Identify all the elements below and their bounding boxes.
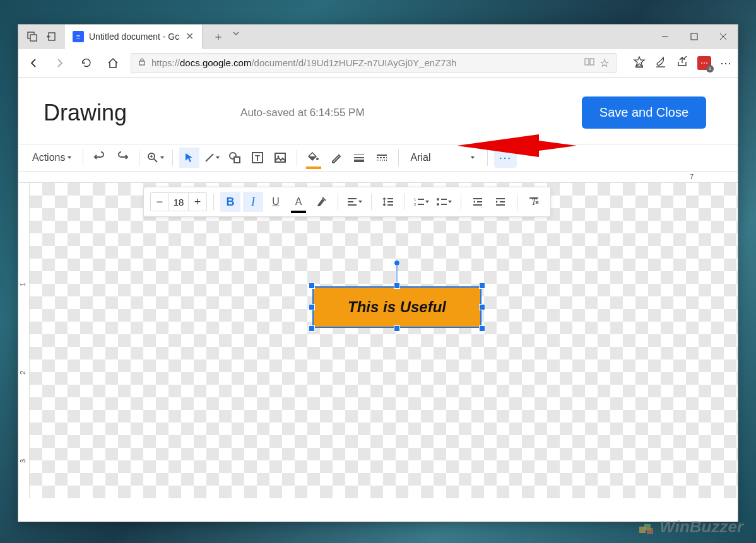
drawing-canvas[interactable]: − + B I U A 12 [30,183,738,498]
reading-view-icon[interactable] [584,57,594,69]
favorite-star-icon[interactable]: ☆ [599,56,610,70]
svg-text:1: 1 [414,197,416,201]
svg-line-15 [154,159,157,162]
font-size-increase[interactable]: + [189,193,206,211]
back-icon[interactable] [25,54,42,72]
align-icon[interactable] [345,192,365,212]
resize-handle-n[interactable] [394,283,400,289]
textbox-tool-icon[interactable]: T [247,148,268,168]
font-size-input[interactable] [168,193,189,211]
tab-actions-group: ＋ [203,29,240,44]
svg-point-25 [316,158,319,160]
text-color-icon[interactable]: A [288,192,309,212]
lock-icon [138,57,146,69]
svg-rect-23 [275,153,285,162]
vertical-ruler: 1 2 3 [18,183,30,498]
window-controls [651,25,738,49]
nav-right-group: ⋯1 ⋯ [633,55,731,71]
rotate-handle[interactable] [394,260,400,266]
watermark: WinBuzzer [637,517,743,537]
new-tab-icon[interactable]: ＋ [213,29,224,44]
browser-tab[interactable]: ≡ Untitled document - Gc ✕ [65,25,203,49]
extension-icon[interactable]: ⋯1 [697,56,711,70]
horizontal-ruler: 7 [18,172,738,183]
svg-marker-13 [457,134,577,157]
resize-handle-ne[interactable] [479,283,485,289]
titlebar-left-icons [18,29,65,44]
resize-handle-se[interactable] [479,325,485,332]
border-weight-icon[interactable] [349,148,369,168]
svg-rect-56 [647,528,653,534]
dialog-title: Drawing [44,100,127,126]
zoom-icon[interactable] [146,148,166,168]
font-size-stepper: − + [150,192,207,211]
indent-increase-icon[interactable] [490,192,511,212]
tab-close-icon[interactable]: ✕ [184,32,194,42]
browser-window: ≡ Untitled document - Gc ✕ ＋ https://doc… [18,24,738,522]
notes-icon[interactable] [654,55,667,71]
tab-title: Untitled document - Gc [89,32,179,42]
textbox-shape[interactable]: This is Useful [309,283,485,332]
save-and-close-button[interactable]: Save and Close [582,96,706,129]
titlebar: ≡ Untitled document - Gc ✕ ＋ [18,25,738,49]
svg-rect-9 [590,59,594,65]
watermark-logo-icon [637,518,656,537]
clear-format-icon[interactable]: T [524,192,544,212]
extension-badge: 1 [706,65,714,73]
select-tool-icon[interactable] [179,148,199,168]
refresh-icon[interactable] [78,54,95,72]
forward-icon[interactable] [51,54,69,72]
numbered-list-icon[interactable]: 12 [411,192,432,212]
textbox-fill[interactable]: This is Useful [312,286,481,328]
set-aside-icon[interactable] [44,29,59,44]
share-icon[interactable] [676,55,688,71]
italic-icon[interactable]: I [243,192,263,212]
menu-dots-icon[interactable]: ⋯ [720,56,731,70]
redo-icon[interactable] [112,148,133,168]
minimize-button[interactable] [651,25,680,49]
bold-icon[interactable]: B [220,192,240,212]
indent-decrease-icon[interactable] [468,192,488,212]
svg-rect-8 [585,59,589,65]
favorites-icon[interactable] [633,55,646,71]
textbox-text[interactable]: This is Useful [348,298,446,316]
resize-handle-s[interactable] [394,325,400,332]
image-tool-icon[interactable] [270,148,290,168]
autosave-status: Auto-saved at 6:14:55 PM [240,107,365,119]
address-bar[interactable]: https://docs.google.com/document/d/19Ud1… [131,53,617,73]
bulleted-list-icon[interactable] [434,192,454,212]
canvas-area: 1 2 3 − + B I U A [18,183,738,498]
maximize-button[interactable] [680,25,709,49]
resize-handle-nw[interactable] [309,283,315,289]
rotate-line [397,264,398,283]
svg-rect-20 [234,157,240,163]
font-size-decrease[interactable]: − [151,193,168,211]
line-spacing-icon[interactable] [378,192,398,212]
shape-tool-icon[interactable] [225,148,245,168]
underline-icon[interactable]: U [266,192,286,212]
tab-chevron-icon[interactable] [232,29,240,44]
actions-menu[interactable]: Actions [28,149,76,166]
resize-handle-sw[interactable] [309,325,315,332]
home-icon[interactable] [104,54,122,72]
svg-rect-1 [30,35,37,41]
resize-handle-w[interactable] [309,304,315,310]
highlight-icon[interactable] [311,192,331,212]
url-text: https://docs.google.com/document/d/19Ud1… [151,57,579,68]
svg-line-18 [206,154,213,161]
border-dash-icon[interactable] [372,148,392,168]
undo-icon[interactable] [90,148,110,168]
svg-point-42 [437,198,439,201]
docs-favicon: ≡ [73,31,84,42]
svg-rect-7 [139,61,145,65]
svg-text:2: 2 [414,202,416,206]
text-format-toolbar: − + B I U A 12 [143,187,551,217]
tab-actions-icon[interactable] [25,29,40,44]
annotation-arrow [457,128,577,163]
border-color-icon[interactable] [326,148,346,168]
close-button[interactable] [709,25,738,49]
fill-color-icon[interactable] [304,148,324,168]
line-tool-icon[interactable] [202,148,222,168]
resize-handle-e[interactable] [479,304,485,310]
drawing-toolbar: Actions T Arial ⋯ [18,144,738,172]
